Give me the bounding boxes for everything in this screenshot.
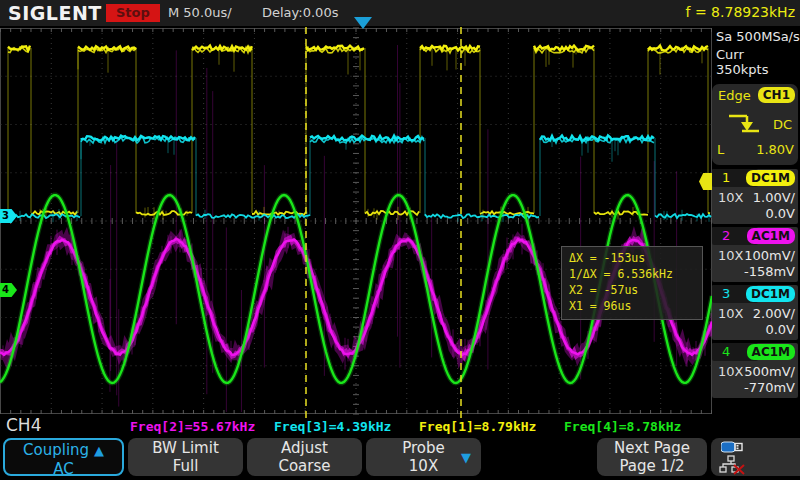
- softkey-next-page[interactable]: Next Page Page 1/2: [597, 438, 707, 476]
- siglent-logo: SIGLENT: [8, 2, 102, 24]
- channel-1-coupling-badge: DC1M: [746, 170, 795, 186]
- run-state-badge[interactable]: Stop: [106, 4, 160, 22]
- softkey-coupling[interactable]: Coupling ▲ AC: [3, 438, 124, 476]
- channel-3-number: 3: [722, 286, 730, 301]
- channel-3-scale: 2.00V/: [753, 306, 795, 321]
- channel-1-probe: 10X: [718, 190, 743, 205]
- channel-2-probe: 10X: [718, 248, 743, 263]
- channel-3-coupling-badge: DC1M: [746, 286, 795, 302]
- softkey-adjust[interactable]: Adjust Coarse: [247, 438, 362, 476]
- cursor-dx: ΔX = -153us: [569, 250, 695, 266]
- channel-1-panel[interactable]: 1 DC1M 10X 1.00V/ 0.0V: [712, 169, 798, 224]
- menu-channel-title: CH4: [6, 415, 41, 435]
- cursor-readout: ΔX = -153us 1/ΔX = 6.536kHz X2 = -57us X…: [561, 246, 703, 320]
- channel-4-panel[interactable]: 4 AC1M 10X 500mV/ -770mV: [712, 343, 798, 398]
- channel-4-number: 4: [722, 344, 730, 359]
- channel-1-offset: 0.0V: [765, 206, 795, 221]
- cursor-inv-dx: 1/ΔX = 6.536kHz: [569, 266, 695, 282]
- frequency-counter: f = 8.78923kHz: [686, 4, 795, 20]
- channel-4-coupling-badge: AC1M: [747, 344, 795, 360]
- waveform-traces: [0, 26, 712, 421]
- falling-edge-icon: [726, 112, 762, 136]
- usb-icon: [721, 441, 743, 453]
- channel-1-scale: 1.00V/: [753, 190, 795, 205]
- softkey-menu: Coupling ▲ AC BW Limit Full Adjust Coars…: [0, 437, 800, 480]
- trigger-level-prefix: L: [717, 142, 724, 157]
- down-arrow-icon: ▼: [461, 449, 471, 467]
- trigger-level-readout: 1.80V: [756, 142, 794, 157]
- softkey-bw-limit[interactable]: BW Limit Full: [128, 438, 243, 476]
- channel-4-scale: 500mV/: [744, 364, 795, 379]
- timebase-readout: M 50.0us/: [168, 5, 232, 20]
- lan-disconnected-icon: [719, 455, 745, 475]
- measurement-freq-ch3: Freq[3]=4.39kHz: [274, 419, 391, 434]
- channel-4-offset: -770mV: [744, 380, 795, 395]
- measurement-freq-ch2: Freq[2]=55.67kHz: [130, 419, 255, 434]
- channel-3-probe: 10X: [718, 306, 743, 321]
- memory-depth-readout: Curr 350kpts: [716, 47, 800, 77]
- cursor-x2: X2 = -57us: [569, 282, 695, 298]
- up-arrow-icon: ▲: [94, 443, 104, 458]
- channel-2-offset: -158mV: [744, 264, 795, 279]
- softkey-probe[interactable]: Probe 10X ▼: [366, 438, 481, 476]
- channel-2-number: 2: [722, 228, 730, 243]
- channel-2-panel[interactable]: 2 AC1M 10X 100mV/ -158mV: [712, 227, 798, 282]
- trigger-source-badge: CH1: [758, 87, 795, 103]
- sample-rate-readout: Sa 500MSa/s: [716, 29, 800, 44]
- waveform-display: ΔX = -153us 1/ΔX = 6.536kHz X2 = -57us X…: [0, 26, 712, 421]
- top-bar: SIGLENT Stop M 50.0us/ Delay:0.00s f = 8…: [0, 0, 800, 26]
- cursor-x1: X1 = 96us: [569, 298, 695, 314]
- trigger-position-icon[interactable]: [354, 17, 372, 29]
- delay-readout: Delay:0.00s: [262, 5, 338, 20]
- channel-1-number: 1: [722, 170, 730, 185]
- channel-3-panel[interactable]: 3 DC1M 10X 2.00V/ 0.0V: [712, 285, 798, 340]
- oscilloscope-screen: SIGLENT Stop M 50.0us/ Delay:0.00s f = 8…: [0, 0, 800, 480]
- measurement-freq-ch4: Freq[4]=8.78kHz: [564, 419, 681, 434]
- trigger-mode-label: Edge: [718, 88, 751, 103]
- measurement-freq-ch1: Freq[1]=8.79kHz: [419, 419, 536, 434]
- channel-2-coupling-badge: AC1M: [747, 228, 795, 244]
- channel-4-probe: 10X: [718, 364, 743, 379]
- channel-2-scale: 100mV/: [744, 248, 795, 263]
- trigger-coupling-label: DC: [773, 117, 792, 132]
- trigger-status-panel[interactable]: Edge CH1 DC L 1.80V: [712, 84, 798, 165]
- status-icon-panel: [711, 438, 800, 476]
- channel-3-offset: 0.0V: [765, 322, 795, 337]
